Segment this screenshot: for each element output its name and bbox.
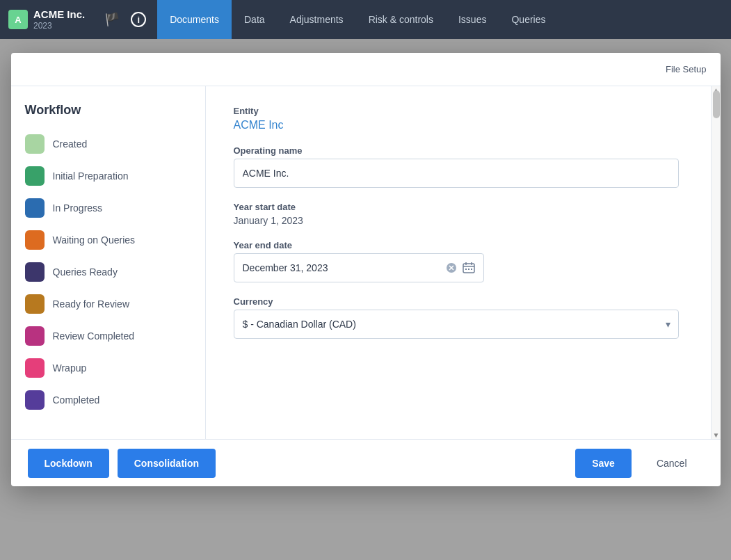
workflow-item-queries-ready[interactable]: Queries Ready [25, 262, 191, 282]
entity-group: Entity ACME Inc [234, 106, 700, 131]
brand-info: ACME Inc. 2023 [33, 8, 85, 31]
workflow-item-waiting-on-queries[interactable]: Waiting on Queries [25, 230, 191, 250]
flag-button[interactable]: 🏴 [99, 6, 125, 33]
workflow-dot [25, 166, 45, 186]
calendar-button[interactable] [463, 262, 475, 274]
tab-documents[interactable]: Documents [157, 0, 232, 39]
operating-name-label: Operating name [234, 145, 700, 156]
tab-adjustments[interactable]: Adjustments [278, 0, 356, 39]
workflow-dot [25, 198, 45, 218]
currency-select-wrapper: $ - Canadian Dollar (CAD)$ - US Dollar (… [234, 310, 679, 339]
nav-tabs: Documents Data Adjustments Risk & contro… [157, 0, 558, 39]
svg-rect-1 [463, 264, 474, 273]
year-start-value: January 1, 2023 [234, 215, 700, 226]
tab-data[interactable]: Data [232, 0, 278, 39]
workflow-dot [25, 390, 45, 410]
tab-queries[interactable]: Queries [499, 0, 558, 39]
flag-icon: 🏴 [104, 12, 120, 27]
cancel-button[interactable]: Cancel [640, 449, 704, 478]
workflow-item-label: Ready for Review [53, 298, 130, 310]
year-end-group: Year end date December 31, 2023 [234, 240, 700, 282]
save-button[interactable]: Save [575, 449, 632, 478]
date-clear-button[interactable] [446, 262, 457, 273]
currency-select[interactable]: $ - Canadian Dollar (CAD)$ - US Dollar (… [234, 310, 679, 339]
scrollbar-down-arrow[interactable]: ▼ [712, 431, 721, 439]
tab-risk-controls[interactable]: Risk & controls [356, 0, 446, 39]
workflow-title: Workflow [25, 103, 191, 118]
workflow-dot [25, 134, 45, 154]
workflow-item-completed[interactable]: Completed [25, 390, 191, 410]
calendar-icon [463, 262, 475, 274]
year-start-group: Year start date January 1, 2023 [234, 202, 700, 226]
svg-rect-4 [471, 269, 472, 270]
workflow-dot [25, 230, 45, 250]
brand-logo-text: A [15, 15, 21, 25]
brand: A ACME Inc. 2023 [8, 8, 85, 31]
workflow-item-label: Review Completed [53, 330, 135, 342]
workflow-item-ready-for-review[interactable]: Ready for Review [25, 294, 191, 314]
operating-name-group: Operating name [234, 145, 700, 188]
workflow-dot [25, 326, 45, 346]
modal-overlay: File Setup Workflow Created Initial Prep… [0, 39, 731, 560]
clear-icon [446, 262, 457, 273]
year-end-date-wrapper: December 31, 2023 [234, 253, 484, 282]
workflow-item-label: Waiting on Queries [53, 234, 136, 246]
workflow-dot [25, 294, 45, 314]
year-end-date-text: December 31, 2023 [243, 262, 440, 273]
scrollbar-track[interactable]: ▲ ▼ [711, 86, 721, 439]
brand-name: ACME Inc. [33, 8, 85, 21]
workflow-item-wrapup[interactable]: Wrapup [25, 358, 191, 378]
workflow-item-created[interactable]: Created [25, 134, 191, 154]
workflow-item-label: Queries Ready [53, 266, 118, 278]
currency-label: Currency [234, 296, 700, 307]
modal-body: Workflow Created Initial Preparation In … [11, 86, 721, 439]
entity-link[interactable]: ACME Inc [234, 119, 700, 131]
workflow-dot [25, 262, 45, 282]
svg-rect-2 [465, 269, 467, 270]
tab-issues[interactable]: Issues [446, 0, 499, 39]
workflow-item-review-completed[interactable]: Review Completed [25, 326, 191, 346]
modal-footer: Lockdown Consolidation Save Cancel [11, 439, 721, 486]
workflow-item-label: Initial Preparation [53, 170, 129, 182]
svg-rect-3 [468, 269, 469, 270]
workflow-item-label: Completed [53, 394, 100, 406]
entity-label: Entity [234, 106, 700, 116]
lockdown-button[interactable]: Lockdown [28, 449, 109, 478]
year-end-label: Year end date [234, 240, 700, 250]
workflow-sidebar: Workflow Created Initial Preparation In … [11, 86, 206, 439]
navbar: A ACME Inc. 2023 🏴 i Documents Data Adju… [0, 0, 731, 39]
year-start-label: Year start date [234, 202, 700, 212]
brand-year: 2023 [33, 21, 85, 31]
workflow-item-initial-preparation[interactable]: Initial Preparation [25, 166, 191, 186]
workflow-item-label: In Progress [53, 202, 103, 214]
workflow-dot [25, 358, 45, 378]
operating-name-input[interactable] [234, 159, 679, 188]
consolidation-button[interactable]: Consolidation [118, 449, 216, 478]
workflow-item-label: Created [53, 138, 88, 150]
modal-main-content: Entity ACME Inc Operating name Year star… [206, 86, 721, 439]
currency-group: Currency $ - Canadian Dollar (CAD)$ - US… [234, 296, 700, 339]
workflow-item-label: Wrapup [53, 362, 87, 374]
modal-dialog: File Setup Workflow Created Initial Prep… [11, 53, 721, 486]
scrollbar-thumb[interactable] [713, 90, 720, 118]
info-icon: i [131, 12, 146, 27]
modal-top-bar-title: File Setup [666, 64, 707, 74]
info-button[interactable]: i [125, 6, 152, 33]
modal-top-bar: File Setup [11, 53, 721, 86]
workflow-items-container: Created Initial Preparation In Progress … [25, 134, 191, 410]
brand-logo: A [8, 10, 28, 29]
workflow-item-in-progress[interactable]: In Progress [25, 198, 191, 218]
